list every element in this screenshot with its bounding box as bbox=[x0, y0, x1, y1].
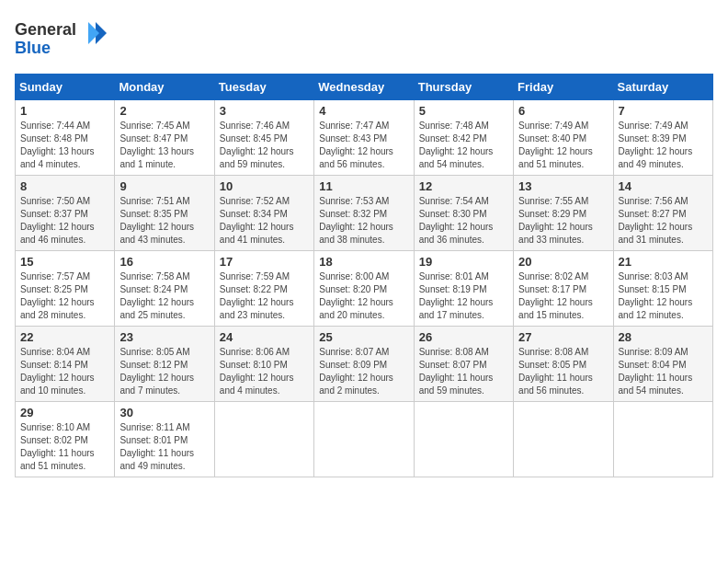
day-info: Sunrise: 7:53 AM Sunset: 8:32 PM Dayligh… bbox=[319, 195, 408, 247]
day-info: Sunrise: 8:04 AM Sunset: 8:14 PM Dayligh… bbox=[20, 346, 109, 397]
day-number: 3 bbox=[220, 104, 309, 118]
day-info: Sunrise: 7:56 AM Sunset: 8:27 PM Dayligh… bbox=[619, 195, 708, 247]
day-number: 5 bbox=[419, 104, 508, 118]
day-cell: 8 Sunrise: 7:50 AM Sunset: 8:37 PM Dayli… bbox=[16, 176, 115, 251]
day-cell: 20 Sunrise: 8:02 AM Sunset: 8:17 PM Dayl… bbox=[514, 251, 613, 327]
day-info: Sunrise: 7:49 AM Sunset: 8:39 PM Dayligh… bbox=[619, 120, 708, 171]
day-number: 27 bbox=[518, 330, 608, 344]
day-number: 24 bbox=[220, 330, 309, 344]
day-cell: 29 Sunrise: 8:10 AM Sunset: 8:02 PM Dayl… bbox=[16, 402, 115, 477]
day-info: Sunrise: 7:50 AM Sunset: 8:37 PM Dayligh… bbox=[20, 195, 109, 247]
day-info: Sunrise: 8:05 AM Sunset: 8:12 PM Dayligh… bbox=[119, 346, 209, 397]
day-info: Sunrise: 8:06 AM Sunset: 8:10 PM Dayligh… bbox=[220, 346, 309, 397]
day-number: 17 bbox=[220, 255, 309, 269]
day-info: Sunrise: 7:54 AM Sunset: 8:30 PM Dayligh… bbox=[419, 195, 508, 247]
week-row-1: 1 Sunrise: 7:44 AM Sunset: 8:48 PM Dayli… bbox=[16, 100, 713, 176]
day-cell: 13 Sunrise: 7:55 AM Sunset: 8:29 PM Dayl… bbox=[514, 176, 613, 251]
day-cell bbox=[314, 402, 414, 477]
day-cell: 28 Sunrise: 8:09 AM Sunset: 8:04 PM Dayl… bbox=[613, 327, 712, 402]
day-cell bbox=[214, 402, 313, 477]
day-cell: 12 Sunrise: 7:54 AM Sunset: 8:30 PM Dayl… bbox=[414, 176, 513, 251]
week-row-2: 8 Sunrise: 7:50 AM Sunset: 8:37 PM Dayli… bbox=[16, 176, 713, 251]
day-number: 8 bbox=[20, 179, 109, 193]
day-info: Sunrise: 7:46 AM Sunset: 8:45 PM Dayligh… bbox=[220, 120, 309, 171]
header-cell-friday: Friday bbox=[514, 75, 613, 100]
day-cell: 16 Sunrise: 7:58 AM Sunset: 8:24 PM Dayl… bbox=[115, 251, 214, 327]
day-number: 19 bbox=[419, 255, 508, 269]
svg-text:General: General bbox=[15, 20, 76, 39]
day-number: 22 bbox=[20, 330, 109, 344]
day-info: Sunrise: 7:57 AM Sunset: 8:25 PM Dayligh… bbox=[20, 270, 109, 322]
day-number: 25 bbox=[319, 330, 408, 344]
day-info: Sunrise: 7:58 AM Sunset: 8:24 PM Dayligh… bbox=[119, 270, 209, 322]
day-number: 4 bbox=[319, 104, 408, 118]
day-cell: 30 Sunrise: 8:11 AM Sunset: 8:01 PM Dayl… bbox=[115, 402, 214, 477]
day-cell: 2 Sunrise: 7:45 AM Sunset: 8:47 PM Dayli… bbox=[115, 100, 214, 176]
svg-text:Blue: Blue bbox=[15, 39, 51, 57]
day-cell: 1 Sunrise: 7:44 AM Sunset: 8:48 PM Dayli… bbox=[16, 100, 115, 176]
day-cell: 25 Sunrise: 8:07 AM Sunset: 8:09 PM Dayl… bbox=[314, 327, 414, 402]
day-info: Sunrise: 8:08 AM Sunset: 8:07 PM Dayligh… bbox=[419, 346, 508, 397]
day-cell: 11 Sunrise: 7:53 AM Sunset: 8:32 PM Dayl… bbox=[314, 176, 414, 251]
day-info: Sunrise: 8:11 AM Sunset: 8:01 PM Dayligh… bbox=[119, 421, 209, 473]
day-info: Sunrise: 7:45 AM Sunset: 8:47 PM Dayligh… bbox=[119, 120, 209, 171]
day-number: 30 bbox=[119, 406, 209, 419]
day-cell: 23 Sunrise: 8:05 AM Sunset: 8:12 PM Dayl… bbox=[115, 327, 214, 402]
day-cell: 4 Sunrise: 7:47 AM Sunset: 8:43 PM Dayli… bbox=[314, 100, 414, 176]
day-info: Sunrise: 8:08 AM Sunset: 8:05 PM Dayligh… bbox=[518, 346, 608, 397]
day-number: 11 bbox=[319, 179, 408, 193]
header-cell-monday: Monday bbox=[115, 75, 214, 100]
header-cell-saturday: Saturday bbox=[613, 75, 712, 100]
day-number: 21 bbox=[619, 255, 708, 269]
header-cell-thursday: Thursday bbox=[414, 75, 513, 100]
day-cell: 22 Sunrise: 8:04 AM Sunset: 8:14 PM Dayl… bbox=[16, 327, 115, 402]
day-number: 7 bbox=[619, 104, 708, 118]
day-number: 26 bbox=[419, 330, 508, 344]
day-info: Sunrise: 7:52 AM Sunset: 8:34 PM Dayligh… bbox=[220, 195, 309, 247]
day-cell: 7 Sunrise: 7:49 AM Sunset: 8:39 PM Dayli… bbox=[613, 100, 712, 176]
day-cell: 10 Sunrise: 7:52 AM Sunset: 8:34 PM Dayl… bbox=[214, 176, 313, 251]
day-cell: 9 Sunrise: 7:51 AM Sunset: 8:35 PM Dayli… bbox=[115, 176, 214, 251]
day-info: Sunrise: 8:09 AM Sunset: 8:04 PM Dayligh… bbox=[619, 346, 708, 397]
day-cell: 15 Sunrise: 7:57 AM Sunset: 8:25 PM Dayl… bbox=[16, 251, 115, 327]
day-cell: 14 Sunrise: 7:56 AM Sunset: 8:27 PM Dayl… bbox=[613, 176, 712, 251]
day-number: 14 bbox=[619, 179, 708, 193]
day-number: 20 bbox=[518, 255, 608, 269]
day-info: Sunrise: 7:55 AM Sunset: 8:29 PM Dayligh… bbox=[518, 195, 608, 247]
week-row-5: 29 Sunrise: 8:10 AM Sunset: 8:02 PM Dayl… bbox=[16, 402, 713, 477]
day-number: 15 bbox=[20, 255, 109, 269]
day-info: Sunrise: 8:07 AM Sunset: 8:09 PM Dayligh… bbox=[319, 346, 408, 397]
day-number: 28 bbox=[619, 330, 708, 344]
day-info: Sunrise: 7:47 AM Sunset: 8:43 PM Dayligh… bbox=[319, 120, 408, 171]
day-info: Sunrise: 8:10 AM Sunset: 8:02 PM Dayligh… bbox=[20, 421, 109, 473]
day-info: Sunrise: 7:51 AM Sunset: 8:35 PM Dayligh… bbox=[119, 195, 209, 247]
day-cell: 19 Sunrise: 8:01 AM Sunset: 8:19 PM Dayl… bbox=[414, 251, 513, 327]
day-info: Sunrise: 7:48 AM Sunset: 8:42 PM Dayligh… bbox=[419, 120, 508, 171]
day-number: 16 bbox=[119, 255, 209, 269]
day-cell bbox=[514, 402, 613, 477]
day-info: Sunrise: 8:00 AM Sunset: 8:20 PM Dayligh… bbox=[319, 270, 408, 322]
day-cell: 18 Sunrise: 8:00 AM Sunset: 8:20 PM Dayl… bbox=[314, 251, 414, 327]
day-number: 2 bbox=[119, 104, 209, 118]
day-cell: 24 Sunrise: 8:06 AM Sunset: 8:10 PM Dayl… bbox=[214, 327, 313, 402]
logo-text: General Blue bbox=[15, 15, 116, 63]
day-cell: 26 Sunrise: 8:08 AM Sunset: 8:07 PM Dayl… bbox=[414, 327, 513, 402]
day-info: Sunrise: 8:03 AM Sunset: 8:15 PM Dayligh… bbox=[619, 270, 708, 322]
week-row-3: 15 Sunrise: 7:57 AM Sunset: 8:25 PM Dayl… bbox=[16, 251, 713, 327]
day-info: Sunrise: 7:59 AM Sunset: 8:22 PM Dayligh… bbox=[220, 270, 309, 322]
day-cell: 5 Sunrise: 7:48 AM Sunset: 8:42 PM Dayli… bbox=[414, 100, 513, 176]
day-number: 1 bbox=[20, 104, 109, 118]
day-cell: 3 Sunrise: 7:46 AM Sunset: 8:45 PM Dayli… bbox=[214, 100, 313, 176]
day-cell: 17 Sunrise: 7:59 AM Sunset: 8:22 PM Dayl… bbox=[214, 251, 313, 327]
header-cell-wednesday: Wednesday bbox=[314, 75, 414, 100]
day-info: Sunrise: 8:01 AM Sunset: 8:19 PM Dayligh… bbox=[419, 270, 508, 322]
day-number: 10 bbox=[220, 179, 309, 193]
day-number: 23 bbox=[119, 330, 209, 344]
day-cell bbox=[414, 402, 513, 477]
day-number: 6 bbox=[518, 104, 608, 118]
week-row-4: 22 Sunrise: 8:04 AM Sunset: 8:14 PM Dayl… bbox=[16, 327, 713, 402]
day-number: 29 bbox=[20, 406, 109, 419]
day-number: 9 bbox=[119, 179, 209, 193]
day-cell: 21 Sunrise: 8:03 AM Sunset: 8:15 PM Dayl… bbox=[613, 251, 712, 327]
day-info: Sunrise: 7:49 AM Sunset: 8:40 PM Dayligh… bbox=[518, 120, 608, 171]
